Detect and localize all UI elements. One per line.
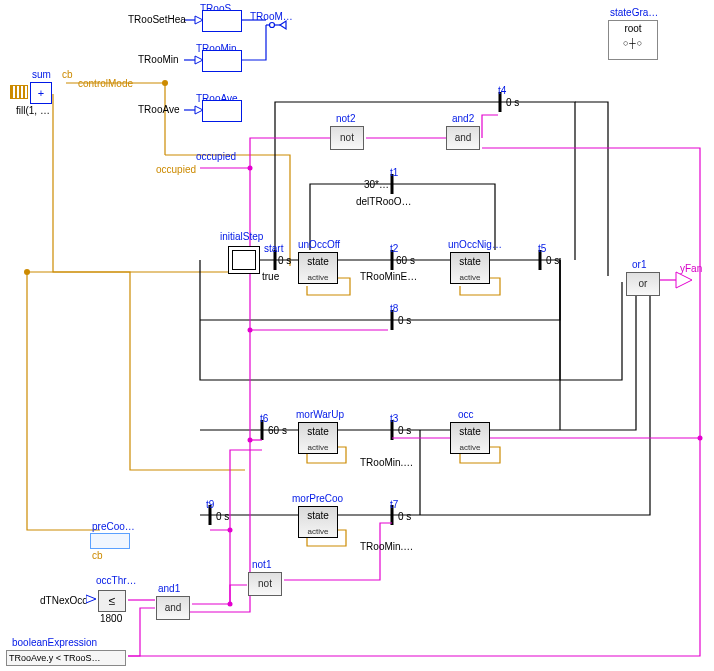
or1-block: or xyxy=(626,272,660,296)
t6-label: t6 xyxy=(260,414,268,424)
morwarup-active: active xyxy=(299,443,337,452)
not2-label: not2 xyxy=(336,114,355,124)
t3-time: 0 s xyxy=(398,426,411,436)
t5-time: 0 s xyxy=(546,256,559,266)
stategraph-seq: ○┼○ xyxy=(609,38,657,48)
occupied-bot-label: occupied xyxy=(156,165,196,175)
morprecoo-label: morPreCoo xyxy=(292,494,343,504)
svg-point-18 xyxy=(698,436,703,441)
t7-time: 0 s xyxy=(398,512,411,522)
troomin-block xyxy=(202,50,242,72)
svg-point-13 xyxy=(248,166,253,171)
svg-point-1 xyxy=(24,269,30,275)
unoccnig-active: active xyxy=(451,273,489,282)
t1-label: t1 xyxy=(390,168,398,178)
start-label: start xyxy=(264,244,283,254)
start-time: 0 s xyxy=(278,256,291,266)
occ-label: occ xyxy=(458,410,474,420)
occthr-label: occThr… xyxy=(96,576,137,586)
t8-time: 0 s xyxy=(398,316,411,326)
troomin-in-label: TRooMin xyxy=(138,55,179,65)
troos-block xyxy=(202,10,242,32)
trooave-in-label: TRooAve xyxy=(138,105,180,115)
leq-val: 1800 xyxy=(100,614,122,624)
t2-time: 60 s xyxy=(396,256,415,266)
bus-connector-icon xyxy=(10,85,28,99)
and1-block: and xyxy=(156,596,190,620)
controlmode-label: controlMode xyxy=(78,79,133,89)
svg-point-2 xyxy=(270,23,275,28)
triangle-icon xyxy=(86,592,100,606)
and2-block: and xyxy=(446,126,480,150)
occupied-top-label: occupied xyxy=(196,152,236,162)
troom-out-label: TRooM… xyxy=(250,12,293,22)
boolexpr-block: TRooAve.y < TRooS… xyxy=(6,650,126,666)
precoo-block xyxy=(90,533,130,549)
svg-point-17 xyxy=(228,602,233,607)
svg-point-16 xyxy=(228,528,233,533)
t4-label: t4 xyxy=(498,86,506,96)
occ-block: state active xyxy=(450,422,490,454)
t7-troomin: TRooMin.… xyxy=(360,542,413,552)
unoccoff-label: unOccOff xyxy=(298,240,340,250)
svg-point-0 xyxy=(162,80,168,86)
initialstep-label: initialStep xyxy=(220,232,263,242)
diagram-wiring xyxy=(0,0,714,671)
t8-label: t8 xyxy=(390,304,398,314)
boolexpr-label: booleanExpression xyxy=(12,638,97,648)
stategraph-label: stateGra… xyxy=(610,8,658,18)
unoccoff-block: state active xyxy=(298,252,338,284)
t2-label: t2 xyxy=(390,244,398,254)
or1-label: or1 xyxy=(632,260,646,270)
troomine-label: TRooMinE… xyxy=(360,272,417,282)
morprecoo-active: active xyxy=(299,527,337,536)
morprecoo-state: state xyxy=(307,510,329,521)
fill-label: fill(1, … xyxy=(16,106,50,116)
svg-point-14 xyxy=(248,328,253,333)
t6-time: 60 s xyxy=(268,426,287,436)
sum-label: sum xyxy=(32,70,51,80)
morwarup-state: state xyxy=(307,426,329,437)
t1-note: 30*… xyxy=(364,180,389,190)
deltroo-label: delTRooO… xyxy=(356,197,412,207)
unoccnig-block: state active xyxy=(450,252,490,284)
morprecoo-block: state active xyxy=(298,506,338,538)
unoccnig-label: unOccNig… xyxy=(448,240,502,250)
dtnexocc-label: dTNexOcc xyxy=(40,596,87,606)
not1-block: not xyxy=(248,572,282,596)
occ-state: state xyxy=(459,426,481,437)
sum-block: + xyxy=(30,82,52,104)
and2-label: and2 xyxy=(452,114,474,124)
t5-label: t5 xyxy=(538,244,546,254)
t3-label: t3 xyxy=(390,414,398,424)
t9-label: t9 xyxy=(206,500,214,510)
not1-label: not1 xyxy=(252,560,271,570)
precoo-label: preCoo… xyxy=(92,522,135,532)
troosethea-label: TRooSetHea xyxy=(128,15,186,25)
start-true: true xyxy=(262,272,279,282)
unoccoff-state: state xyxy=(307,256,329,267)
t7-label: t7 xyxy=(390,500,398,510)
svg-point-15 xyxy=(248,438,253,443)
leq-block: ≤ xyxy=(98,590,126,612)
t4-time: 0 s xyxy=(506,98,519,108)
occ-active: active xyxy=(451,443,489,452)
morwarup-label: morWarUp xyxy=(296,410,344,420)
unoccnig-state: state xyxy=(459,256,481,267)
not2-block: not xyxy=(330,126,364,150)
yfan-label: yFan xyxy=(680,264,702,274)
cb2-label: cb xyxy=(92,551,103,561)
and1-label: and1 xyxy=(158,584,180,594)
stategraph-box: root ○┼○ xyxy=(608,20,658,60)
initialstep-block xyxy=(228,246,260,274)
t3-troomin: TRooMin.… xyxy=(360,458,413,468)
stategraph-root: root xyxy=(609,23,657,34)
unoccoff-active: active xyxy=(299,273,337,282)
cb-label: cb xyxy=(62,70,73,80)
morwarup-block: state active xyxy=(298,422,338,454)
trooave-block xyxy=(202,100,242,122)
t9-time: 0 s xyxy=(216,512,229,522)
